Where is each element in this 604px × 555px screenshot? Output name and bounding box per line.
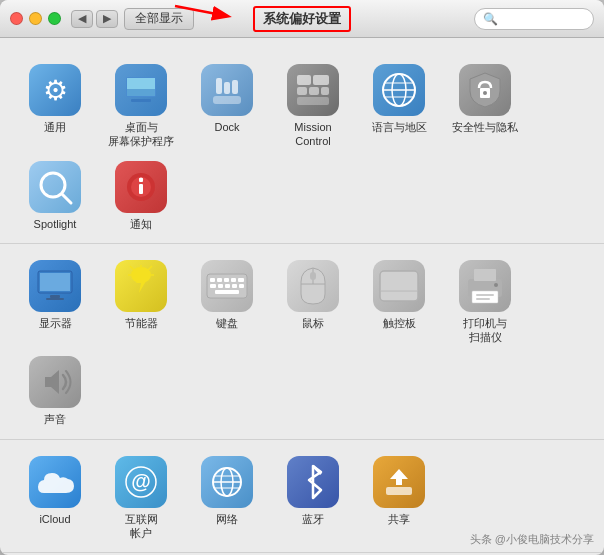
sound-icon bbox=[29, 356, 81, 408]
language-label: 语言与地区 bbox=[372, 120, 427, 134]
svg-rect-71 bbox=[386, 487, 412, 495]
language-icon bbox=[373, 64, 425, 116]
back-button[interactable]: ◀ bbox=[71, 10, 93, 28]
keyboard-label: 键盘 bbox=[216, 316, 238, 330]
svg-rect-14 bbox=[321, 87, 329, 95]
spotlight-icon bbox=[29, 161, 81, 213]
pref-dock[interactable]: Dock bbox=[184, 56, 270, 153]
sharing-icon bbox=[373, 456, 425, 508]
personal-grid: ⚙ 通用 桌面与屏幕保护程序 bbox=[12, 56, 592, 235]
pref-sharing[interactable]: 共享 bbox=[356, 448, 442, 545]
svg-rect-11 bbox=[313, 75, 329, 85]
svg-line-35 bbox=[130, 266, 134, 270]
pref-spotlight[interactable]: Spotlight bbox=[12, 153, 98, 235]
section-internet: iCloud @ 互联网帐户 bbox=[0, 440, 604, 554]
print-label: 打印机与扫描仪 bbox=[463, 316, 507, 345]
internet-icon: @ bbox=[115, 456, 167, 508]
network-label: 网络 bbox=[216, 512, 238, 526]
pref-icloud[interactable]: iCloud bbox=[12, 448, 98, 545]
pref-internet[interactable]: @ 互联网帐户 bbox=[98, 448, 184, 545]
svg-rect-15 bbox=[297, 97, 329, 105]
svg-rect-44 bbox=[231, 278, 236, 282]
print-icon bbox=[459, 260, 511, 312]
forward-button[interactable]: ▶ bbox=[96, 10, 118, 28]
pref-keyboard[interactable]: 键盘 bbox=[184, 252, 270, 349]
internet-grid: iCloud @ 互联网帐户 bbox=[12, 448, 592, 545]
dock-label: Dock bbox=[214, 120, 239, 134]
svg-rect-13 bbox=[309, 87, 319, 95]
pref-mouse[interactable]: 鼠标 bbox=[270, 252, 356, 349]
titlebar: ◀ ▶ 全部显示 系统偏好设置 🔍 bbox=[0, 0, 604, 38]
pref-desktop[interactable]: 桌面与屏幕保护程序 bbox=[98, 56, 184, 153]
svg-text:@: @ bbox=[131, 470, 151, 492]
svg-rect-6 bbox=[213, 96, 241, 104]
svg-rect-41 bbox=[210, 278, 215, 282]
mission-icon bbox=[287, 64, 339, 116]
sharing-label: 共享 bbox=[388, 512, 410, 526]
pref-network[interactable]: 网络 bbox=[184, 448, 270, 545]
search-box[interactable]: 🔍 bbox=[474, 8, 594, 30]
svg-rect-43 bbox=[224, 278, 229, 282]
svg-rect-31 bbox=[40, 273, 70, 291]
svg-rect-47 bbox=[218, 284, 223, 288]
svg-rect-55 bbox=[380, 271, 418, 301]
spotlight-label: Spotlight bbox=[34, 217, 77, 231]
svg-point-28 bbox=[139, 177, 143, 181]
icloud-icon bbox=[29, 456, 81, 508]
icloud-label: iCloud bbox=[39, 512, 70, 526]
pref-security[interactable]: 安全性与隐私 bbox=[442, 56, 528, 153]
hardware-grid: 显示器 节能器 bbox=[12, 252, 592, 431]
svg-rect-54 bbox=[310, 272, 316, 280]
svg-rect-50 bbox=[239, 284, 244, 288]
svg-point-62 bbox=[494, 283, 498, 287]
svg-rect-32 bbox=[50, 295, 60, 298]
close-button[interactable] bbox=[10, 12, 23, 25]
section-personal: ⚙ 通用 桌面与屏幕保护程序 bbox=[0, 48, 604, 244]
svg-rect-12 bbox=[297, 87, 307, 95]
display-icon bbox=[29, 260, 81, 312]
maximize-button[interactable] bbox=[48, 12, 61, 25]
content-area: ⚙ 通用 桌面与屏幕保护程序 bbox=[0, 38, 604, 555]
pref-general[interactable]: ⚙ 通用 bbox=[12, 56, 98, 153]
svg-rect-61 bbox=[476, 298, 490, 300]
internet-label: 互联网帐户 bbox=[125, 512, 158, 541]
security-icon bbox=[459, 64, 511, 116]
display-label: 显示器 bbox=[39, 316, 72, 330]
desktop-label: 桌面与屏幕保护程序 bbox=[108, 120, 174, 149]
pref-language[interactable]: 语言与地区 bbox=[356, 56, 442, 153]
svg-rect-29 bbox=[139, 184, 143, 194]
nav-buttons: ◀ ▶ bbox=[71, 10, 118, 28]
keyboard-icon bbox=[201, 260, 253, 312]
pref-energy[interactable]: 节能器 bbox=[98, 252, 184, 349]
mouse-icon bbox=[287, 260, 339, 312]
svg-rect-45 bbox=[238, 278, 244, 282]
bluetooth-label: 蓝牙 bbox=[302, 512, 324, 526]
pref-display[interactable]: 显示器 bbox=[12, 252, 98, 349]
svg-rect-49 bbox=[232, 284, 237, 288]
section-hardware: 显示器 节能器 bbox=[0, 244, 604, 440]
pref-notify[interactable]: 通知 bbox=[98, 153, 184, 235]
pref-print[interactable]: 打印机与扫描仪 bbox=[442, 252, 528, 349]
svg-point-22 bbox=[483, 91, 487, 95]
desktop-icon bbox=[115, 64, 167, 116]
notify-label: 通知 bbox=[130, 217, 152, 231]
system-preferences-window: ◀ ▶ 全部显示 系统偏好设置 🔍 ⚙ 通用 bbox=[0, 0, 604, 555]
energy-icon bbox=[115, 260, 167, 312]
svg-rect-3 bbox=[131, 99, 151, 102]
show-all-button[interactable]: 全部显示 bbox=[124, 8, 194, 30]
dock-icon bbox=[201, 64, 253, 116]
security-label: 安全性与隐私 bbox=[452, 120, 518, 134]
pref-sound[interactable]: 声音 bbox=[12, 348, 98, 430]
pref-mission[interactable]: MissionControl bbox=[270, 56, 356, 153]
minimize-button[interactable] bbox=[29, 12, 42, 25]
svg-rect-7 bbox=[216, 78, 222, 94]
svg-line-37 bbox=[148, 266, 152, 270]
svg-rect-9 bbox=[232, 80, 238, 94]
energy-label: 节能器 bbox=[125, 316, 158, 330]
svg-rect-59 bbox=[472, 291, 498, 303]
svg-rect-5 bbox=[127, 89, 155, 96]
pref-bluetooth[interactable]: 蓝牙 bbox=[270, 448, 356, 545]
svg-rect-33 bbox=[46, 298, 64, 300]
pref-trackpad[interactable]: 触控板 bbox=[356, 252, 442, 349]
svg-line-24 bbox=[62, 194, 71, 203]
